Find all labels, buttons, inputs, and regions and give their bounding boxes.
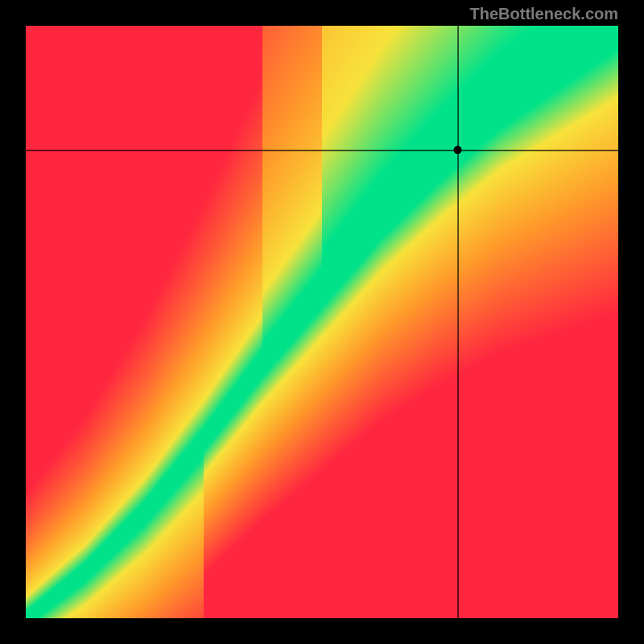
heatmap-canvas [26, 26, 618, 618]
heatmap-plot [26, 26, 618, 618]
watermark-text: TheBottleneck.com [470, 5, 618, 23]
chart-container: TheBottleneck.com [0, 0, 644, 644]
